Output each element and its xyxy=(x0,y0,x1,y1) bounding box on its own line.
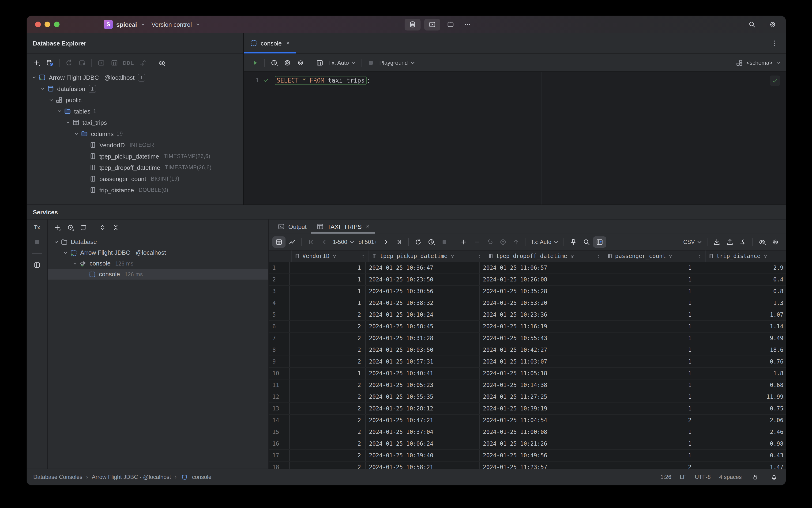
breadcrumb-item[interactable]: Database Consoles xyxy=(33,474,82,480)
data-cell[interactable]: 2024-01-25 10:23:50 xyxy=(366,274,480,285)
sort-icon[interactable] xyxy=(697,254,702,259)
total-rows[interactable]: of 501+ xyxy=(357,237,379,248)
data-cell[interactable]: 2 xyxy=(290,333,366,344)
breadcrumb-item[interactable]: Arrow Flight JDBC - @localhost xyxy=(92,474,171,480)
data-cell[interactable]: 1 xyxy=(596,426,696,438)
previous-page[interactable] xyxy=(318,237,331,248)
column-header-trip_distance[interactable]: trip_distance xyxy=(706,251,786,262)
filter-funnel-icon[interactable] xyxy=(450,254,455,259)
data-cell[interactable]: 2 xyxy=(290,462,366,470)
data-cell[interactable]: 2024-01-25 10:36:47 xyxy=(366,262,480,273)
data-cell[interactable]: 1.3 xyxy=(696,297,786,309)
data-cell[interactable]: 0.68 xyxy=(696,379,786,391)
data-cell[interactable]: 2.9 xyxy=(696,262,786,273)
data-cell[interactable]: 2024-01-25 11:04:54 xyxy=(480,415,596,426)
tree-item[interactable]: passenger_countBIGINT(19) xyxy=(27,173,243,184)
data-cell[interactable]: 2 xyxy=(290,438,366,449)
data-cell[interactable]: 2024-01-25 10:21:26 xyxy=(480,438,596,449)
run-tool-icon[interactable] xyxy=(424,18,440,30)
generate-ddl[interactable]: DDL xyxy=(121,57,136,69)
tree-item[interactable]: Arrow Flight JDBC - @localhost xyxy=(48,247,268,258)
row-number-cell[interactable]: 15 xyxy=(269,426,290,438)
data-cell[interactable]: 2 xyxy=(596,415,696,426)
minimize-window-button[interactable] xyxy=(45,22,50,27)
database-tool-icon[interactable] xyxy=(405,18,420,30)
new-data-source[interactable] xyxy=(30,57,43,69)
query-history[interactable] xyxy=(268,57,281,68)
import-data-icon[interactable] xyxy=(710,237,723,248)
pin-tab[interactable] xyxy=(567,237,580,248)
tree-item[interactable]: Database xyxy=(48,237,268,247)
data-cell[interactable]: 2 xyxy=(290,379,366,391)
tree-item[interactable]: taxi_trips xyxy=(27,117,243,128)
data-cell[interactable]: 2024-01-25 11:27:25 xyxy=(480,391,596,403)
chevron-down-icon[interactable] xyxy=(31,75,38,80)
tree-item[interactable]: tpep_dropoff_datetimeTIMESTAMP(26,6) xyxy=(27,162,243,173)
project-files-icon[interactable] xyxy=(444,19,457,30)
column-header-tpep_pickup_datetime[interactable]: tpep_pickup_datetime xyxy=(369,251,485,262)
data-cell[interactable]: 2024-01-25 10:23:36 xyxy=(480,309,596,321)
data-cell[interactable]: 2024-01-25 10:55:35 xyxy=(366,391,480,403)
chevron-down-icon[interactable] xyxy=(52,239,60,245)
close-icon[interactable] xyxy=(365,223,371,230)
data-cell[interactable]: 2024-01-25 10:47:21 xyxy=(366,415,480,426)
data-cell[interactable]: 2 xyxy=(290,415,366,426)
data-cell[interactable]: 2024-01-25 10:03:50 xyxy=(366,344,480,355)
data-cell[interactable]: 2 xyxy=(290,356,366,367)
data-cell[interactable]: 1 xyxy=(596,297,696,309)
column-header-passenger_count[interactable]: passenger_count xyxy=(604,251,706,262)
reload-page[interactable] xyxy=(412,237,425,248)
sort-icon[interactable] xyxy=(477,254,482,259)
data-cell[interactable]: 1 xyxy=(290,262,366,273)
more-tool-windows-icon[interactable] xyxy=(461,19,474,30)
data-view-chart[interactable] xyxy=(285,237,299,248)
sort-icon[interactable] xyxy=(596,254,601,259)
data-cell[interactable]: 2024-01-25 10:58:45 xyxy=(366,321,480,332)
export-data-icon[interactable] xyxy=(723,237,736,248)
execution-history[interactable] xyxy=(425,237,438,248)
tx-mode-icon[interactable]: Tx xyxy=(34,224,40,231)
layout-icon[interactable] xyxy=(31,259,44,271)
zoom-window-button[interactable] xyxy=(54,22,59,27)
data-cell[interactable]: 1 xyxy=(290,297,366,309)
execute[interactable] xyxy=(249,57,262,68)
column-header-tpep_dropoff_datetime[interactable]: tpep_dropoff_datetime xyxy=(485,251,604,262)
chevron-down-icon[interactable] xyxy=(71,261,79,266)
grid-settings[interactable] xyxy=(769,237,782,248)
data-cell[interactable]: 2 xyxy=(290,321,366,332)
data-cell[interactable]: 2024-01-25 10:55:43 xyxy=(480,333,596,344)
stop-query[interactable] xyxy=(438,237,451,248)
data-cell[interactable]: 9.49 xyxy=(696,333,786,344)
chevron-down-icon[interactable] xyxy=(64,120,72,125)
row-number-cell[interactable]: 17 xyxy=(269,450,290,461)
indent-style[interactable]: 4 spaces xyxy=(719,474,742,480)
stop-icon[interactable] xyxy=(31,237,44,248)
data-cell[interactable]: 2024-01-25 10:10:24 xyxy=(366,309,480,321)
data-cell[interactable]: 2024-01-25 11:05:18 xyxy=(480,368,596,379)
data-cell[interactable]: 1 xyxy=(596,344,696,355)
data-cell[interactable]: 2024-01-25 10:30:56 xyxy=(366,286,480,297)
in-editor-results[interactable] xyxy=(313,57,326,68)
data-cell[interactable]: 2 xyxy=(290,391,366,403)
collapse-all[interactable] xyxy=(109,222,122,233)
data-cell[interactable]: 2.46 xyxy=(696,426,786,438)
data-cell[interactable]: 1 xyxy=(596,403,696,414)
search-everywhere-icon[interactable] xyxy=(746,19,759,30)
data-cell[interactable]: 2.06 xyxy=(696,415,786,426)
data-cell[interactable]: 18.6 xyxy=(696,344,786,355)
data-cell[interactable]: 0.76 xyxy=(696,356,786,367)
data-source-properties[interactable] xyxy=(43,57,56,69)
data-cell[interactable]: 2 xyxy=(290,426,366,438)
data-cell[interactable]: 1 xyxy=(596,391,696,403)
open-in-new-tab[interactable] xyxy=(77,222,90,233)
tab-taxi-trips[interactable]: TAXI_TRIPS xyxy=(311,219,375,234)
execution-parameters[interactable] xyxy=(281,57,294,68)
data-cell[interactable]: 1 xyxy=(596,438,696,449)
console-settings[interactable] xyxy=(294,57,307,68)
add-row[interactable] xyxy=(457,237,470,248)
data-cell[interactable]: 2024-01-25 10:42:27 xyxy=(480,344,596,355)
data-cell[interactable]: 2 xyxy=(290,450,366,461)
row-number-cell[interactable]: 11 xyxy=(269,379,290,391)
data-cell[interactable]: 2024-01-25 10:53:20 xyxy=(480,297,596,309)
data-cell[interactable]: 11.99 xyxy=(696,391,786,403)
